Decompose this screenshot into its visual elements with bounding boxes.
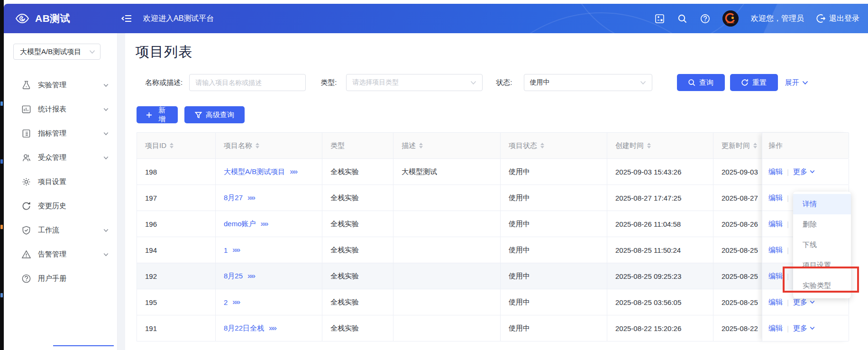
enter-project-icon[interactable]: »» <box>232 245 239 255</box>
cell-status: 使用中 <box>501 211 607 237</box>
sort-desc-icon[interactable] <box>540 146 544 148</box>
project-name-link[interactable]: 大模型A/B测试项目 <box>224 167 285 176</box>
sort-desc-icon[interactable] <box>419 146 423 148</box>
sort-icons[interactable] <box>419 143 423 148</box>
user-avatar[interactable] <box>722 10 739 27</box>
sort-asc-icon[interactable] <box>256 143 259 145</box>
chevron-down-icon <box>103 108 109 111</box>
main-content: 项目列表 名称或描述: 类型: 请选择项目类型 状态: 使用中 <box>125 33 868 350</box>
menu-item-详情[interactable]: 详情 <box>793 194 851 214</box>
more-dropdown-menu: 详情删除下线项目设置实验类型 <box>793 192 851 298</box>
enter-project-icon[interactable]: »» <box>247 193 255 203</box>
sort-asc-icon[interactable] <box>170 143 174 145</box>
cell-status: 使用中 <box>501 289 607 315</box>
sort-desc-icon[interactable] <box>753 146 757 148</box>
type-filter-label: 类型: <box>320 78 337 87</box>
project-name-link[interactable]: 1 <box>224 246 228 254</box>
sort-icons[interactable] <box>753 143 757 148</box>
column-header-描述[interactable]: 描述 <box>393 133 501 158</box>
menu-item-下线[interactable]: 下线 <box>793 235 851 255</box>
sort-asc-icon[interactable] <box>419 143 423 145</box>
sort-icons[interactable] <box>170 143 174 148</box>
column-header-项目ID[interactable]: 项目ID <box>137 133 216 158</box>
sidebar-item-工作流[interactable]: 工作流 <box>4 218 117 242</box>
more-link[interactable]: 更多 <box>793 324 815 333</box>
search-icon[interactable] <box>677 13 687 24</box>
sort-icons[interactable] <box>540 143 544 148</box>
chevron-down-icon <box>89 50 95 54</box>
expand-filters-link[interactable]: 展开 <box>785 78 808 87</box>
type-filter-select[interactable]: 请选择项目类型 <box>346 74 483 91</box>
sidebar-item-告警管理[interactable]: 告警管理 <box>4 242 117 267</box>
sort-asc-icon[interactable] <box>753 143 757 145</box>
enter-project-icon[interactable]: »» <box>232 297 239 307</box>
sort-asc-icon[interactable] <box>540 143 544 145</box>
edit-link[interactable]: 编辑 <box>768 272 783 281</box>
sort-desc-icon[interactable] <box>647 146 651 148</box>
sidebar-item-指标管理[interactable]: 指标管理 <box>4 121 117 146</box>
sliver-speck <box>0 101 3 106</box>
search-button[interactable]: 查询 <box>677 74 725 91</box>
chevron-down-icon <box>640 81 646 85</box>
project-name-link[interactable]: 2 <box>224 298 228 306</box>
column-header-项目状态[interactable]: 项目状态 <box>501 133 607 158</box>
edit-link[interactable]: 编辑 <box>768 220 783 229</box>
project-name-link[interactable]: 8月22日全栈 <box>224 324 264 333</box>
menu-item-实验类型[interactable]: 实验类型 <box>793 276 851 296</box>
sort-desc-icon[interactable] <box>256 146 259 148</box>
more-link[interactable]: 更多 <box>793 167 815 176</box>
sidebar-item-label: 实验管理 <box>38 81 66 90</box>
sort-icons[interactable] <box>256 143 259 148</box>
column-header-label: 项目名称 <box>224 141 252 150</box>
add-button[interactable]: 新增 <box>137 106 178 123</box>
enter-project-icon[interactable]: »» <box>261 219 268 229</box>
sidebar-item-项目设置[interactable]: 项目设置 <box>4 170 117 194</box>
sidebar-item-受众管理[interactable]: 受众管理 <box>4 146 117 170</box>
sliver-speck <box>0 293 3 297</box>
edit-link[interactable]: 编辑 <box>768 324 783 333</box>
more-link[interactable]: 更多 <box>793 298 815 307</box>
menu-item-删除[interactable]: 删除 <box>793 214 851 235</box>
cell-desc <box>393 315 501 341</box>
advanced-search-button[interactable]: 高级查询 <box>184 106 245 123</box>
chevron-down-icon <box>103 156 109 160</box>
logout-button[interactable]: 退出登录 <box>816 14 859 24</box>
project-select[interactable]: 大模型A/B测试项目 <box>13 44 101 60</box>
column-header-创建时间[interactable]: 创建时间 <box>607 133 713 158</box>
table-row-195: 1952»»全栈实验使用中2025-08-25 03:56:052025-08-… <box>137 289 849 315</box>
table-row-194: 1941»»全栈实验使用中2025-08-25 11:50:242025-08-… <box>137 237 849 263</box>
sort-desc-icon[interactable] <box>170 146 174 148</box>
actions-divider: | <box>787 272 789 280</box>
sort-asc-icon[interactable] <box>647 143 651 145</box>
name-filter-input[interactable] <box>195 79 300 86</box>
column-header-类型: 类型 <box>322 133 393 158</box>
sidebar-item-实验管理[interactable]: 实验管理 <box>4 73 117 97</box>
project-name-link[interactable]: 8月27 <box>224 193 243 203</box>
sort-icons[interactable] <box>647 143 651 148</box>
menu-item-项目设置[interactable]: 项目设置 <box>793 255 851 276</box>
sidebar-item-用户手册[interactable]: 用户手册 <box>4 267 117 291</box>
enter-project-icon[interactable]: »» <box>269 323 276 333</box>
project-name-link[interactable]: demo账户 <box>224 220 256 229</box>
brand-logo[interactable]: AB测试 <box>4 12 114 25</box>
column-header-项目名称[interactable]: 项目名称 <box>216 133 322 158</box>
edit-link[interactable]: 编辑 <box>768 298 783 307</box>
help-icon[interactable] <box>700 13 710 24</box>
edit-link[interactable]: 编辑 <box>768 246 783 255</box>
edit-link[interactable]: 编辑 <box>768 167 783 176</box>
reset-button[interactable]: 重置 <box>730 74 778 91</box>
enter-project-icon[interactable]: »» <box>290 167 297 176</box>
components-icon[interactable] <box>654 13 665 24</box>
plus-icon <box>146 111 152 119</box>
project-name-link[interactable]: 8月25 <box>224 272 243 281</box>
cell-name: 大模型A/B测试项目»» <box>216 159 322 184</box>
sidebar-item-变更历史[interactable]: 变更历史 <box>4 194 117 218</box>
cell-id: 191 <box>137 315 216 341</box>
actions-divider: | <box>787 324 789 332</box>
edit-link[interactable]: 编辑 <box>768 193 783 203</box>
status-filter-select[interactable]: 使用中 <box>524 74 652 91</box>
sidebar-fold-icon[interactable] <box>120 13 133 24</box>
sidebar-item-统计报表[interactable]: 统计报表 <box>4 97 117 121</box>
cell-id: 198 <box>137 159 216 184</box>
enter-project-icon[interactable]: »» <box>247 271 255 281</box>
